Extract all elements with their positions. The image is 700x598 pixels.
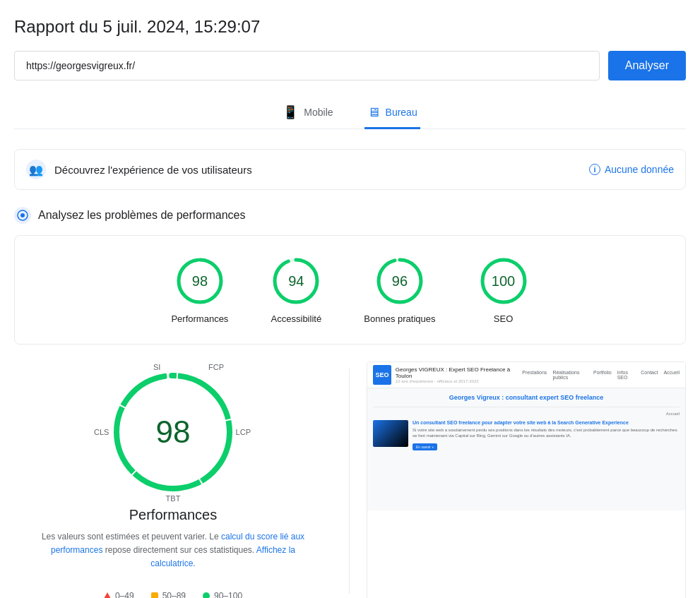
score-circle-accessibilite: 94 [271, 256, 321, 306]
performance-section-header: Analysez les problèmes de performances [14, 207, 686, 224]
performance-icon [14, 207, 31, 224]
segment-lcp: LCP [236, 428, 251, 436]
tab-mobile[interactable]: 📱 Mobile [280, 97, 336, 129]
preview-site-name: Georges VIGREUX : Expert SEO Freelance à… [396, 366, 518, 379]
legend-good: 90–100 [203, 591, 242, 598]
url-input[interactable] [14, 51, 600, 80]
score-seo[interactable]: 100 SEO [478, 256, 529, 324]
preview-nav-prestations: Prestations [522, 370, 547, 380]
legend-bad: 0–49 [104, 591, 134, 598]
scores-row: 98 Performances 94 Accessibilité [29, 256, 671, 324]
section-divider [349, 369, 350, 594]
legend-bad-icon [104, 592, 111, 598]
preview-h1: Georges Vigreux : consultant expert SEO … [373, 394, 680, 401]
tab-bureau[interactable]: 🖥 Bureau [364, 97, 420, 129]
score-bonnes-pratiques[interactable]: 96 Bonnes pratiques [364, 256, 435, 324]
legend-bad-range: 0–49 [115, 591, 134, 598]
user-experience-banner: 👥 Découvrez l'expérience de vos utilisat… [14, 149, 686, 190]
user-experience-title: Découvrez l'expérience de vos utilisateu… [54, 164, 252, 176]
legend: 0–49 50–89 90–100 [104, 591, 242, 598]
preview-logo: SEO [373, 365, 391, 385]
preview-tagline: 10 ans d'expérience - officieux et 2017-… [396, 379, 518, 383]
preview-header: SEO Georges VIGREUX : Expert SEO Freelan… [367, 362, 685, 388]
detail-left: SI FCP LCP TBT CLS 98 Performances Les v… [14, 361, 332, 598]
preview-body: Georges Vigreux : consultant expert SEO … [367, 388, 685, 456]
score-value-bonnes-pratiques: 96 [392, 273, 408, 289]
info-icon: i [589, 164, 600, 175]
detail-section: SI FCP LCP TBT CLS 98 Performances Les v… [14, 361, 686, 598]
preview-nav-accueil: Accueil [663, 370, 680, 380]
legend-good-icon [203, 592, 210, 598]
performance-section-title: Analysez les problèmes de performances [38, 209, 245, 222]
score-label-accessibilite: Accessibilité [271, 313, 322, 324]
website-preview: SEO Georges VIGREUX : Expert SEO Freelan… [367, 361, 686, 598]
preview-article-image [373, 420, 408, 447]
score-label-performances: Performances [171, 313, 228, 324]
preview-article-body: Si votre site web a soudainement perdu s… [413, 427, 680, 439]
no-data-label: Aucune donnée [605, 164, 674, 175]
score-value-accessibilite: 94 [288, 273, 304, 289]
legend-medium-icon [151, 592, 158, 598]
tab-bureau-label: Bureau [386, 107, 417, 118]
mobile-icon: 📱 [283, 104, 298, 120]
preview-article-title: Un consultant SEO freelance pour adapter… [413, 420, 680, 425]
preview-article-text: Un consultant SEO freelance pour adapter… [413, 420, 680, 450]
preview-nav: Prestations Réalisations publics Portfol… [522, 370, 680, 380]
preview-nav-contact: Contact [641, 370, 658, 380]
perf-note: Les valeurs sont estimées et peuvent var… [39, 530, 307, 571]
big-score-title: Performances [129, 507, 218, 523]
score-accessibilite[interactable]: 94 Accessibilité [271, 256, 321, 324]
tab-mobile-label: Mobile [304, 107, 333, 118]
preview-nav-realisations: Réalisations publics [552, 370, 588, 380]
svg-point-1 [20, 213, 25, 217]
segment-cls: CLS [94, 428, 109, 436]
preview-divider [373, 407, 680, 407]
preview-article: Un consultant SEO freelance pour adapter… [373, 420, 680, 450]
legend-good-range: 90–100 [214, 591, 242, 598]
banner-left: 👥 Découvrez l'expérience de vos utilisat… [26, 160, 252, 179]
preview-nav-portfolio: Portfolio [593, 370, 612, 380]
legend-medium-range: 50–89 [162, 591, 186, 598]
scores-box: 98 Performances 94 Accessibilité [14, 235, 686, 345]
score-performances[interactable]: 98 Performances [171, 256, 228, 324]
segment-fcp: FCP [208, 363, 224, 371]
segment-si: SI [153, 363, 160, 371]
url-bar: Analyser [14, 51, 686, 80]
score-circle-performances: 98 [174, 256, 225, 306]
score-circle-seo: 100 [478, 256, 529, 306]
preview-nav-infos: Infos SEO [617, 370, 636, 380]
analyze-button[interactable]: Analyser [608, 51, 686, 80]
segment-tbt: TBT [166, 494, 181, 503]
score-value-seo: 100 [492, 273, 515, 289]
page-title: Rapport du 5 juil. 2024, 15:29:07 [14, 17, 686, 37]
score-label-seo: SEO [494, 313, 513, 324]
score-value-performances: 98 [192, 273, 208, 289]
device-tabs: 📱 Mobile 🖥 Bureau [14, 97, 686, 129]
no-data-link[interactable]: i Aucune donnée [589, 164, 674, 175]
legend-medium: 50–89 [151, 591, 186, 598]
users-icon: 👥 [26, 160, 46, 179]
score-label-bonnes-pratiques: Bonnes pratiques [364, 313, 435, 324]
desktop-icon: 🖥 [367, 105, 380, 120]
preview-label: Accueil [373, 412, 680, 416]
preview-article-button: En savoir + [413, 443, 437, 450]
preview-thumbnail: SEO Georges VIGREUX : Expert SEO Freelan… [367, 362, 685, 510]
big-score-value: 98 [156, 414, 191, 450]
score-circle-bonnes-pratiques: 96 [374, 256, 425, 306]
